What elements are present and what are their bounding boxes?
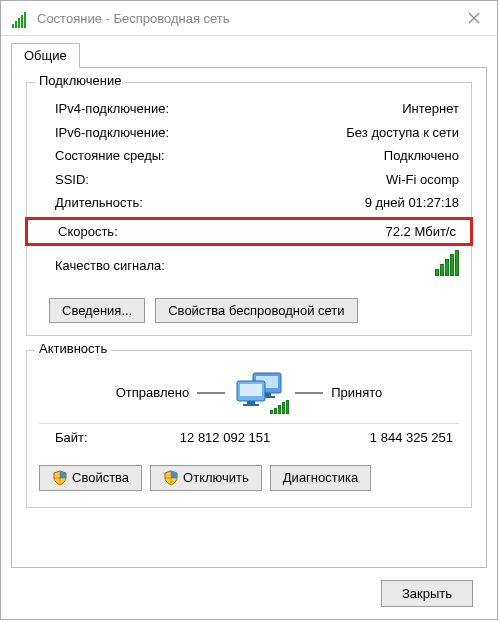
row-ipv6: IPv6-подключение: Без доступа к сети: [39, 121, 459, 145]
speed-value: 72.2 Мбит/с: [385, 222, 456, 242]
signal-strength-icon: [435, 250, 459, 282]
signal-label: Качество сигнала:: [55, 256, 165, 276]
divider: [39, 423, 459, 424]
disable-button[interactable]: Отключить: [150, 465, 262, 491]
bytes-label: Байт:: [55, 430, 145, 445]
row-speed-highlight: Скорость: 72.2 Мбит/с: [25, 217, 473, 247]
row-bytes: Байт: 12 812 092 151 1 844 325 251: [39, 428, 459, 447]
close-icon: [468, 12, 480, 24]
row-ssid: SSID: Wi-Fi ocomp: [39, 168, 459, 192]
shield-icon: [52, 470, 68, 486]
computers-signal-icon: [270, 400, 289, 417]
window-title: Состояние - Беспроводная сеть: [37, 11, 230, 26]
ssid-label: SSID:: [55, 170, 89, 190]
properties-button[interactable]: Свойства: [39, 465, 142, 491]
svg-rect-8: [247, 401, 255, 404]
wifi-properties-button-label: Свойства беспроводной сети: [168, 303, 344, 318]
ipv6-value: Без доступа к сети: [346, 123, 459, 143]
diagnose-button[interactable]: Диагностика: [270, 465, 371, 491]
ssid-value: Wi-Fi ocomp: [386, 170, 459, 190]
divider: [295, 392, 323, 394]
titlebar-signal-icon: [9, 8, 29, 28]
media-value: Подключено: [384, 146, 459, 166]
tab-general[interactable]: Общие: [11, 43, 80, 68]
computers-icon: [233, 371, 287, 415]
tab-general-label: Общие: [24, 48, 67, 63]
group-activity-legend: Активность: [35, 341, 111, 356]
row-media: Состояние среды: Подключено: [39, 144, 459, 168]
details-button[interactable]: Сведения...: [49, 298, 145, 323]
details-button-label: Сведения...: [62, 303, 132, 318]
close-button-label: Закрыть: [402, 586, 452, 601]
titlebar[interactable]: Состояние - Беспроводная сеть: [1, 1, 497, 36]
window-frame: Состояние - Беспроводная сеть Общие Подк…: [0, 0, 498, 620]
duration-value: 9 дней 01:27:18: [365, 193, 459, 213]
window-close-button[interactable]: [451, 1, 497, 35]
activity-recv-label: Принято: [331, 385, 382, 400]
svg-rect-9: [243, 404, 259, 406]
group-activity: Активность Отправлено: [26, 350, 472, 508]
shield-icon: [163, 470, 179, 486]
properties-button-label: Свойства: [72, 470, 129, 485]
disable-button-label: Отключить: [183, 470, 249, 485]
activity-diagram: Отправлено: [39, 365, 459, 421]
activity-sent-label: Отправлено: [116, 385, 189, 400]
ipv6-label: IPv6-подключение:: [55, 123, 169, 143]
group-connection: Подключение IPv4-подключение: Интернет I…: [26, 82, 472, 336]
tab-panel: Подключение IPv4-подключение: Интернет I…: [11, 67, 487, 568]
duration-label: Длительность:: [55, 193, 143, 213]
close-button[interactable]: Закрыть: [381, 580, 473, 607]
dialog-footer: Закрыть: [11, 568, 487, 619]
bytes-recv-value: 1 844 325 251: [305, 430, 459, 445]
group-connection-legend: Подключение: [35, 73, 125, 88]
media-label: Состояние среды:: [55, 146, 165, 166]
wifi-properties-button[interactable]: Свойства беспроводной сети: [155, 298, 357, 323]
divider: [197, 392, 225, 394]
row-duration: Длительность: 9 дней 01:27:18: [39, 191, 459, 215]
svg-rect-7: [240, 384, 262, 396]
diagnose-button-label: Диагностика: [283, 470, 358, 485]
speed-label: Скорость:: [58, 222, 118, 242]
ipv4-label: IPv4-подключение:: [55, 99, 169, 119]
row-signal: Качество сигнала:: [39, 248, 459, 284]
client-area: Общие Подключение IPv4-подключение: Инте…: [1, 36, 497, 619]
ipv4-value: Интернет: [402, 99, 459, 119]
tabstrip: Общие: [11, 42, 487, 67]
bytes-sent-value: 12 812 092 151: [145, 430, 305, 445]
row-ipv4: IPv4-подключение: Интернет: [39, 97, 459, 121]
